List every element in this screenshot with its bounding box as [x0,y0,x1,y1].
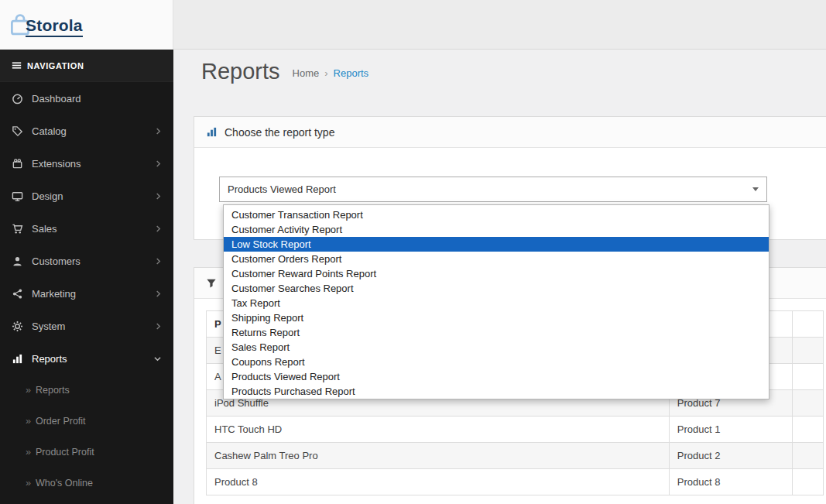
monitor-icon [12,190,23,202]
dropdown-option[interactable]: Tax Report [224,296,769,310]
breadcrumb: Home › Reports [293,67,369,84]
breadcrumb-separator: › [324,67,327,79]
dropdown-option[interactable]: Products Viewed Report [224,369,769,384]
bar-chart-icon [206,126,218,138]
sidebar-item-label: Marketing [32,288,76,300]
sidebar-item-dashboard[interactable]: Dashboard [0,82,173,115]
dropdown-option[interactable]: Customer Searches Report [224,281,769,296]
navigation-label: NAVIGATION [27,61,84,70]
report-type-panel-body [194,148,826,171]
sidebar-item-system[interactable]: System [0,310,173,342]
sidebar-subitem-label: Reports [36,385,70,396]
sidebar-item-label: Extensions [32,158,81,170]
chevron-right-icon [155,290,162,298]
extra-cell [793,417,824,443]
table-row: Cashew Palm Treo Pro Product 2 [207,443,824,469]
sidebar-item-label: Customers [32,255,81,267]
sidebar-item-label: System [32,321,65,332]
sidebar-item-customers[interactable]: Customers [0,245,173,277]
sidebar-item-design[interactable]: Design [0,180,173,212]
page-title: Reports [201,59,280,84]
cart-icon [12,223,23,235]
sidebar-item-catalog[interactable]: Catalog [0,115,173,147]
tags-icon [12,125,23,137]
extra-cell [793,443,824,469]
breadcrumb-home-link[interactable]: Home [293,67,320,79]
admin-screen: Storola NAVIGATION Dashboard Catalog Ext… [0,0,826,504]
table-row: HTC Touch HD Product 1 [207,417,824,443]
chevron-right-icon [155,257,162,266]
dropdown-option[interactable]: Customer Reward Points Report [224,266,769,281]
dropdown-option[interactable]: Coupons Report [224,355,769,369]
double-angle-icon: » [26,385,31,396]
sidebar-subitem-order-profit[interactable]: » Order Profit [0,406,173,437]
double-angle-icon: » [26,447,31,458]
double-angle-icon: » [26,416,31,427]
extra-cell [793,364,824,390]
caret-down-icon [752,187,759,191]
breadcrumb-current-link[interactable]: Reports [334,67,369,79]
product-name-cell: HTC Touch HD [207,417,670,443]
dropdown-option[interactable]: Returns Report [224,325,769,340]
sidebar-subitem-reports[interactable]: » Reports [0,375,173,406]
sidebar-item-label: Catalog [32,125,67,137]
chevron-right-icon [155,322,162,331]
sidebar: NAVIGATION Dashboard Catalog Extensions … [0,50,173,504]
dropdown-option[interactable]: Products Purchased Report [224,384,769,399]
dropdown-option[interactable]: Customer Transaction Report [224,207,769,222]
report-type-dropdown: Customer Transaction Report Customer Act… [223,204,769,399]
table-row: Product 8 Product 8 [207,469,824,495]
extra-cell [793,338,824,364]
product-name-cell: Cashew Palm Treo Pro [207,443,670,469]
report-type-select-value: Products Viewed Report [228,183,336,195]
panel-heading-label: Choose the report type [224,126,334,139]
model-cell: Product 8 [669,469,792,495]
model-cell: Product 1 [669,417,792,443]
dropdown-option[interactable]: Customer Orders Report [224,252,769,266]
table-header-extra [793,311,824,338]
chevron-right-icon [155,159,162,168]
user-icon [12,255,23,267]
sidebar-subitem-product-profit[interactable]: » Product Profit [0,437,173,468]
funnel-icon [206,278,217,289]
chevron-right-icon [155,127,162,135]
sidebar-subitem-whos-online[interactable]: » Who's Online [0,468,173,499]
dashboard-icon [12,93,23,105]
product-name-cell: Product 8 [207,469,670,495]
puzzle-icon [12,158,23,170]
sidebar-item-label: Dashboard [32,93,81,105]
sidebar-subitem-label: Product Profit [36,447,94,458]
chevron-down-icon [153,355,162,362]
dropdown-option[interactable]: Customer Activity Report [224,222,769,237]
chevron-right-icon [155,192,162,201]
navigation-header: NAVIGATION [0,50,173,82]
gear-icon [12,321,23,332]
dropdown-option-highlighted[interactable]: Low Stock Report [224,237,769,252]
hamburger-icon [12,60,22,70]
dropdown-option[interactable]: Shipping Report [224,310,769,325]
sidebar-subitem-label: Order Profit [36,416,86,427]
extra-cell [793,469,824,495]
report-type-select[interactable]: Products Viewed Report [219,177,767,202]
dropdown-option[interactable]: Sales Report [224,340,769,355]
sidebar-item-label: Design [32,190,63,202]
share-icon [12,288,23,300]
brand-logo[interactable]: Storola [0,0,173,50]
sidebar-item-label: Sales [32,223,57,235]
page-header: Reports Home › Reports [201,59,368,84]
sidebar-item-label: Reports [32,353,67,365]
extra-cell [793,390,824,417]
sidebar-item-sales[interactable]: Sales [0,212,173,245]
sidebar-item-marketing[interactable]: Marketing [0,277,173,310]
bar-chart-icon [12,353,23,365]
sidebar-item-extensions[interactable]: Extensions [0,147,173,180]
double-angle-icon: » [26,478,31,489]
brand-name: Storola [26,16,83,37]
sidebar-item-reports[interactable]: Reports [0,342,173,375]
report-type-panel-heading: Choose the report type [194,117,826,148]
chevron-right-icon [155,225,162,233]
sidebar-subitem-label: Who's Online [36,478,93,489]
model-cell: Product 2 [669,443,792,469]
